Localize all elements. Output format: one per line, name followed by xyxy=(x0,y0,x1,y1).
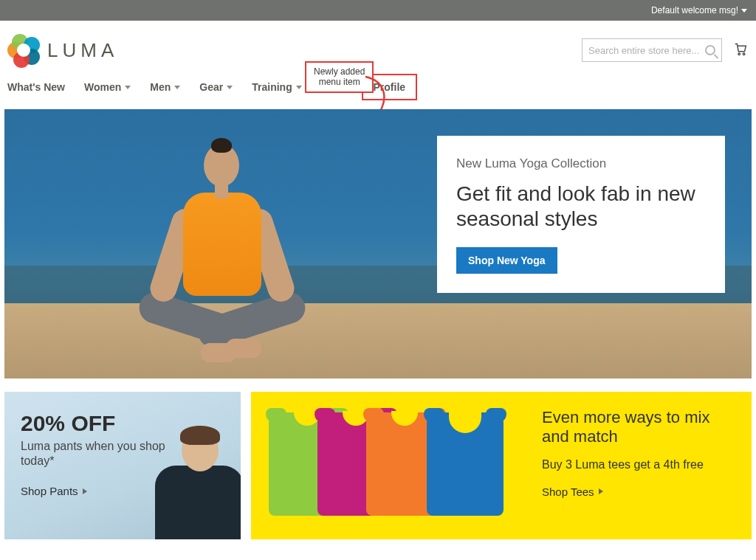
annotation-line1: Newly added xyxy=(314,66,365,77)
chevron-right-icon xyxy=(599,488,603,494)
svg-point-1 xyxy=(743,53,745,55)
nav-gear[interactable]: Gear xyxy=(199,81,233,93)
chevron-down-icon xyxy=(174,86,180,89)
nav-label: Men xyxy=(150,81,171,93)
welcome-dropdown[interactable]: Default welcome msg! xyxy=(651,5,747,15)
nav-training[interactable]: Training xyxy=(252,81,301,93)
chevron-down-icon xyxy=(296,86,302,89)
promo-title: Even more ways to mix and match xyxy=(542,408,734,447)
hero-image xyxy=(115,135,337,378)
welcome-text: Default welcome msg! xyxy=(651,5,738,15)
hero-eyebrow: New Luma Yoga Collection xyxy=(456,156,706,171)
link-label: Shop Pants xyxy=(21,485,78,497)
hero-title: Get fit and look fab in new seasonal sty… xyxy=(456,182,706,231)
cart-icon[interactable] xyxy=(732,41,749,60)
chevron-down-icon xyxy=(227,86,233,89)
chevron-right-icon xyxy=(83,488,87,494)
top-bar: Default welcome msg! xyxy=(0,0,756,21)
nav-label: What's New xyxy=(7,81,65,93)
header: LUMA xyxy=(0,21,756,72)
nav-women[interactable]: Women xyxy=(84,81,131,93)
nav-men[interactable]: Men xyxy=(150,81,180,93)
search-box[interactable] xyxy=(582,38,722,62)
promo-row: 20% OFF Luma pants when you shop today* … xyxy=(4,392,752,539)
promo-pants[interactable]: 20% OFF Luma pants when you shop today* … xyxy=(4,392,241,539)
nav-label: Gear xyxy=(199,81,223,93)
hero-banner[interactable]: New Luma Yoga Collection Get fit and loo… xyxy=(4,109,752,378)
promo-image xyxy=(269,408,490,526)
chevron-down-icon xyxy=(125,86,131,89)
svg-point-0 xyxy=(738,53,740,55)
nav-label: Training xyxy=(252,81,292,93)
logo[interactable]: LUMA xyxy=(7,34,118,66)
logo-icon xyxy=(7,34,40,66)
search-input[interactable] xyxy=(588,45,705,56)
chevron-down-icon xyxy=(741,9,747,13)
nav-label: Women xyxy=(84,81,121,93)
hero-card: New Luma Yoga Collection Get fit and loo… xyxy=(437,136,725,293)
search-icon[interactable] xyxy=(705,45,715,55)
promo-tees[interactable]: Even more ways to mix and match Buy 3 Lu… xyxy=(251,392,752,539)
promo-subtitle: Buy 3 Luma tees get a 4th free xyxy=(542,457,734,472)
annotation-line2: menu item xyxy=(314,77,365,87)
shop-tees-link[interactable]: Shop Tees xyxy=(542,485,734,498)
link-label: Shop Tees xyxy=(542,485,594,498)
brand-name: LUMA xyxy=(47,39,118,62)
nav-whats-new[interactable]: What's New xyxy=(7,81,65,93)
promo-image xyxy=(137,429,241,539)
hero-cta-button[interactable]: Shop New Yoga xyxy=(456,247,557,274)
